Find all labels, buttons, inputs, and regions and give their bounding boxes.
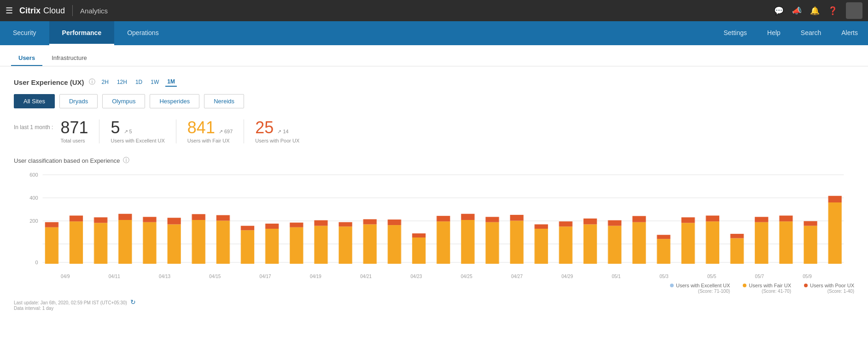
bell-icon[interactable]: 🔔 — [810, 6, 820, 16]
legend-fair-label: Users with Fair UX — [749, 283, 791, 288]
x-axis-label: 05/1 — [612, 274, 620, 279]
nav-search[interactable]: Search — [791, 21, 831, 45]
main-content: User Experience (UX) ⓘ 2H 12H 1D 1W 1M A… — [0, 66, 868, 322]
sub-tabs: Users Infrastructure — [0, 45, 868, 66]
excellent-ux-block: 5 ↗ 5 Users with Excellent UX — [99, 119, 175, 143]
bar-chart-canvas — [14, 172, 854, 273]
time-1m[interactable]: 1M — [165, 77, 177, 87]
site-dryads[interactable]: Dryads — [59, 94, 98, 108]
fair-ux-block: 841 ↗ 697 Users with Fair UX — [176, 119, 244, 143]
top-nav-icons: 💬 📣 🔔 ❓ — [774, 2, 862, 19]
data-interval-text: Data interval: 1 day — [14, 306, 53, 311]
fair-ux-trend: ↗ 697 — [219, 129, 233, 135]
brand-name: Citrix — [19, 6, 41, 16]
tab-infrastructure[interactable]: Infrastructure — [44, 51, 94, 66]
poor-ux-label: Users with Poor UX — [255, 138, 299, 143]
x-axis-label: 04/11 — [109, 274, 120, 279]
total-users-block: 871 Total users — [60, 119, 99, 143]
x-axis-label: 04/29 — [561, 274, 573, 279]
nav-alerts[interactable]: Alerts — [831, 21, 868, 45]
x-axis-label: 05/9 — [803, 274, 811, 279]
fair-ux-label: Users with Fair UX — [187, 138, 233, 143]
nav-section-title: Analytics — [80, 7, 108, 15]
legend-excellent-label: Users with Excellent UX — [676, 283, 730, 288]
fair-ux-number: 841 — [187, 119, 215, 136]
x-axis-label: 05/3 — [659, 274, 668, 279]
excellent-ux-trend: ↗ 5 — [124, 129, 132, 135]
legend-excellent-dot — [670, 284, 674, 287]
x-axis-label: 04/19 — [310, 274, 321, 279]
ux-header: User Experience (UX) ⓘ 2H 12H 1D 1W 1M — [14, 77, 854, 87]
excellent-ux-number: 5 — [111, 119, 120, 136]
poor-ux-number: 25 — [255, 119, 274, 136]
ux-info-icon[interactable]: ⓘ — [89, 78, 95, 86]
legend-excellent-score: (Score: 71-100) — [698, 289, 730, 294]
x-axis-label: 04/23 — [410, 274, 422, 279]
poor-ux-block: 25 ↗ 14 Users with Poor UX — [244, 119, 310, 143]
legend-fair-dot — [743, 284, 746, 287]
x-axis-label: 04/27 — [511, 274, 523, 279]
megaphone-icon[interactable]: 📣 — [792, 6, 802, 16]
legend-excellent: Users with Excellent UX (Score: 71-100) — [670, 283, 730, 294]
site-filters: All Sites Dryads Olympus Hesperides Nere… — [14, 94, 854, 108]
x-axis-label: 04/15 — [209, 274, 221, 279]
user-avatar[interactable] — [846, 2, 862, 19]
site-olympus[interactable]: Olympus — [102, 94, 145, 108]
nav-settings[interactable]: Settings — [713, 21, 757, 45]
time-1d[interactable]: 1D — [134, 78, 144, 86]
sec-nav-right: Settings Help Search Alerts — [713, 21, 868, 45]
site-all[interactable]: All Sites — [14, 94, 55, 108]
x-axis-label: 05/7 — [755, 274, 764, 279]
poor-ux-trend: ↗ 14 — [277, 129, 288, 135]
chat-icon[interactable]: 💬 — [774, 6, 784, 16]
x-axis-label: 05/5 — [707, 274, 716, 279]
time-12h[interactable]: 12H — [115, 78, 129, 86]
time-1w[interactable]: 1W — [149, 78, 161, 86]
brand-cloud: Cloud — [43, 6, 65, 16]
x-axis-labels: 04/904/1104/1304/1504/1704/1904/2104/230… — [14, 273, 854, 279]
chart-info-icon[interactable]: ⓘ — [123, 156, 129, 165]
stats-row: In last 1 month : 871 Total users 5 ↗ 5 … — [14, 119, 854, 143]
time-2h[interactable]: 2H — [100, 78, 111, 86]
sec-nav-left: Security Performance Operations — [0, 21, 172, 45]
time-filters: 2H 12H 1D 1W 1M — [100, 77, 177, 87]
help-icon[interactable]: ❓ — [828, 6, 838, 16]
nav-help[interactable]: Help — [757, 21, 791, 45]
x-axis-label: 04/13 — [159, 274, 170, 279]
x-axis-label: 04/9 — [61, 274, 70, 279]
nav-performance[interactable]: Performance — [49, 21, 115, 45]
excellent-ux-label: Users with Excellent UX — [111, 138, 164, 143]
legend-fair: Users with Fair UX (Score: 41-70) — [743, 283, 791, 294]
hamburger-icon[interactable]: ☰ — [6, 6, 13, 16]
x-axis-label: 04/17 — [260, 274, 271, 279]
site-nereids[interactable]: Nereids — [204, 94, 244, 108]
chart-area: 600 400 200 0 04/904/1104/1304/1504/1704… — [14, 170, 854, 279]
total-users-number: 871 — [60, 119, 88, 136]
chart-legend: Users with Excellent UX (Score: 71-100) … — [14, 283, 854, 294]
legend-poor-score: (Score: 1-40) — [827, 289, 854, 294]
chart-title: User classification based on Experience … — [14, 156, 854, 165]
site-hesperides[interactable]: Hesperides — [150, 94, 199, 108]
total-users-label: Total users — [60, 138, 88, 143]
nav-operations[interactable]: Operations — [114, 21, 171, 45]
ux-title: User Experience (UX) — [14, 78, 84, 86]
brand-logo: Citrix Cloud — [19, 6, 65, 16]
x-axis-label: 04/21 — [360, 274, 372, 279]
legend-fair-score: (Score: 41-70) — [762, 289, 791, 294]
refresh-icon[interactable]: ↻ — [130, 298, 136, 306]
legend-poor-label: Users with Poor UX — [810, 283, 854, 288]
legend-poor: Users with Poor UX (Score: 1-40) — [804, 283, 854, 294]
nav-divider — [72, 5, 73, 16]
x-axis-label: 04/25 — [461, 274, 472, 279]
chart-footer: Last update: Jan 6th, 2020, 02:59 PM IST… — [14, 298, 854, 311]
in-last-label: In last 1 month : — [14, 124, 53, 131]
legend-poor-dot — [804, 284, 808, 287]
sec-navbar: Security Performance Operations Settings… — [0, 21, 868, 45]
last-update-text: Last update: Jan 6th, 2020, 02:59 PM IST… — [14, 300, 127, 305]
tab-users[interactable]: Users — [11, 51, 42, 66]
top-navbar: ☰ Citrix Cloud Analytics 💬 📣 🔔 ❓ — [0, 0, 868, 21]
nav-security[interactable]: Security — [0, 21, 49, 45]
